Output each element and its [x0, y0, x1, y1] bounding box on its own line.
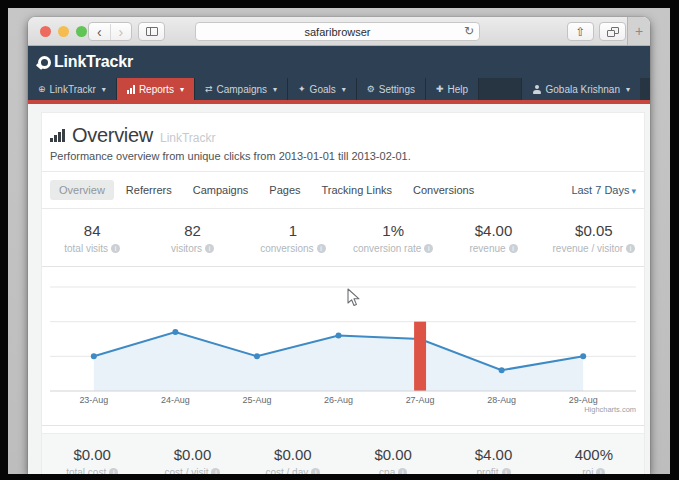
- stat-visitors: 82visitorsi: [142, 222, 242, 254]
- caret-down-icon: ▾: [273, 85, 277, 94]
- stat-revenue: $4.00revenuei: [443, 222, 543, 254]
- nav-item-linktrackr[interactable]: ⊕LinkTrackr▾: [28, 78, 117, 100]
- caret-down-icon: ▾: [626, 85, 630, 94]
- zoom-button[interactable]: [76, 26, 87, 37]
- close-button[interactable]: [40, 26, 51, 37]
- help-icon: ✚: [436, 85, 444, 94]
- user-name: Gobala Krishnan: [545, 84, 620, 95]
- svg-text:28-Aug: 28-Aug: [487, 395, 516, 405]
- svg-text:29-Aug: 29-Aug: [569, 395, 598, 405]
- tab-referrers[interactable]: Referrers: [117, 180, 181, 200]
- nav-item-goals[interactable]: ✦Goals▾: [288, 78, 357, 100]
- share-button[interactable]: ⇧: [567, 22, 594, 41]
- info-icon[interactable]: i: [211, 468, 220, 474]
- visits-chart: 23-Aug24-Aug25-Aug26-Aug27-Aug28-Aug29-A…: [42, 266, 644, 426]
- stat-label: visitorsi: [142, 243, 242, 254]
- app-header: LinkTrackr: [28, 46, 650, 78]
- safari-window: ‹ › safaribrowser ↻ ⇧ + LinkTrackr ⊕L: [28, 17, 650, 474]
- stat-value: $0.00: [142, 446, 242, 463]
- address-bar[interactable]: safaribrowser ↻: [195, 22, 480, 41]
- wrench-icon: ⚙: [367, 85, 375, 94]
- caret-down-icon: ▾: [631, 186, 636, 196]
- globe-icon: ⊕: [38, 85, 46, 94]
- stat-cpa: $0.00cpai: [343, 446, 443, 474]
- tab-conversions[interactable]: Conversions: [404, 180, 483, 200]
- linktrackr-logo-icon: [38, 56, 51, 69]
- stat-value: $0.00: [243, 446, 343, 463]
- nav-item-label: LinkTrackr: [50, 84, 96, 95]
- info-icon[interactable]: i: [502, 468, 511, 474]
- info-icon[interactable]: i: [205, 244, 214, 253]
- nav-item-label: Goals: [310, 84, 336, 95]
- minimize-button[interactable]: [58, 26, 69, 37]
- svg-text:27-Aug: 27-Aug: [406, 395, 435, 405]
- address-text: safaribrowser: [196, 26, 479, 38]
- stat-value: $0.00: [343, 446, 443, 463]
- tab-tracking-links[interactable]: Tracking Links: [313, 180, 402, 200]
- info-icon[interactable]: i: [111, 244, 120, 253]
- content-panel: Overview LinkTrackr Performance overview…: [41, 112, 645, 474]
- bar-chart-icon: [127, 85, 135, 94]
- stat-cost-visit: $0.00cost / visiti: [142, 446, 242, 474]
- back-button[interactable]: ‹: [89, 24, 110, 40]
- stat-value: 1: [243, 222, 343, 239]
- stat-value: 82: [142, 222, 242, 239]
- stat-label: cost / dayi: [243, 467, 343, 474]
- page-title: Overview: [72, 124, 153, 147]
- stats-bottom-section: $0.00total costi$0.00cost / visiti$0.00c…: [42, 433, 644, 474]
- tab-overview-button[interactable]: [599, 22, 626, 41]
- stat-label: total visitsi: [42, 243, 142, 254]
- info-icon[interactable]: i: [398, 468, 407, 474]
- stat-roi: 400%roii: [544, 446, 644, 474]
- info-icon[interactable]: i: [317, 244, 326, 253]
- stat-label: revenuei: [443, 243, 543, 254]
- goal-icon: ✦: [298, 85, 306, 94]
- stats-top-row: 84total visitsi82visitorsi1conversionsi1…: [42, 209, 644, 266]
- nav-item-help[interactable]: ✚Help: [426, 78, 479, 100]
- reload-icon[interactable]: ↻: [464, 24, 474, 38]
- info-icon[interactable]: i: [424, 244, 433, 253]
- nav-item-settings[interactable]: ⚙Settings: [357, 78, 426, 100]
- page-subtitle: Performance overview from unique clicks …: [50, 150, 636, 162]
- chart-canvas[interactable]: 23-Aug24-Aug25-Aug26-Aug27-Aug28-Aug29-A…: [42, 267, 644, 425]
- page-title-suffix: LinkTrackr: [160, 131, 216, 145]
- brand-name[interactable]: LinkTrackr: [54, 53, 133, 71]
- desktop-backdrop: ‹ › safaribrowser ↻ ⇧ + LinkTrackr ⊕L: [8, 8, 670, 474]
- nav-item-reports[interactable]: Reports▾: [117, 78, 195, 100]
- info-icon[interactable]: i: [596, 468, 605, 474]
- caret-down-icon: ▾: [102, 85, 106, 94]
- screenshot-root: { "browser": { "address": "safaribrowser…: [0, 0, 679, 480]
- info-icon[interactable]: i: [109, 468, 118, 474]
- main-nav: ⊕LinkTrackr▾Reports▾⇄Campaigns▾✦Goals▾⚙S…: [28, 78, 650, 100]
- stat-revenue-visitor: $0.05revenue / visitori: [544, 222, 644, 254]
- info-icon[interactable]: i: [626, 244, 635, 253]
- tab-pages[interactable]: Pages: [260, 180, 309, 200]
- new-tab-button[interactable]: +: [627, 17, 650, 45]
- stat-value: $4.00: [443, 446, 543, 463]
- nav-item-label: Campaigns: [216, 84, 267, 95]
- info-icon[interactable]: i: [311, 468, 320, 474]
- svg-text:24-Aug: 24-Aug: [161, 395, 190, 405]
- sidebar-icon: [146, 27, 158, 36]
- stat-value: 400%: [544, 446, 644, 463]
- date-range-dropdown[interactable]: Last 7 Days▾: [571, 184, 636, 196]
- nav-item-label: Reports: [139, 84, 174, 95]
- nav-item-campaigns[interactable]: ⇄Campaigns▾: [195, 78, 288, 100]
- stat-label: conversion ratei: [343, 243, 443, 254]
- stat-cost-day: $0.00cost / dayi: [243, 446, 343, 474]
- info-icon[interactable]: i: [509, 244, 518, 253]
- stat-label: roii: [544, 467, 644, 474]
- tab-campaigns[interactable]: Campaigns: [184, 180, 258, 200]
- forward-button[interactable]: ›: [110, 24, 132, 40]
- stat-value: $0.00: [42, 446, 142, 463]
- stat-value: $4.00: [443, 222, 543, 239]
- sidebar-button[interactable]: [138, 22, 165, 41]
- stat-value: $0.05: [544, 222, 644, 239]
- stat-label: conversionsi: [243, 243, 343, 254]
- user-menu[interactable]: Gobala Krishnan▾: [521, 78, 640, 100]
- nav-item-label: Settings: [379, 84, 415, 95]
- stat-value: 84: [42, 222, 142, 239]
- svg-text:26-Aug: 26-Aug: [324, 395, 353, 405]
- window-controls: [40, 26, 87, 37]
- tab-overview[interactable]: Overview: [50, 180, 114, 200]
